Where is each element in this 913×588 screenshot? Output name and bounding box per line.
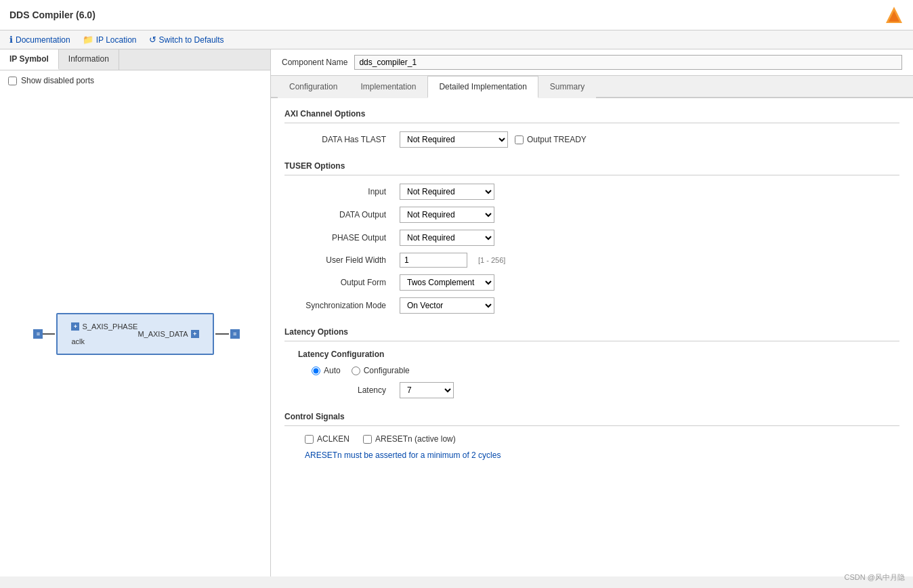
control-signals-section: Control Signals ACLKEN ARESETn (active l…: [284, 412, 899, 460]
sync-mode-row: Synchronization Mode On Vector On Packet: [284, 297, 899, 314]
config-tabs: Configuration Implementation Detailed Im…: [271, 76, 913, 98]
output-form-row: Output Form Twos Complement Sign and Mag…: [284, 274, 899, 291]
s-axis-phase-label: S_AXIS_PHASE: [82, 322, 137, 331]
right-panel: Component Name Configuration Implementat…: [271, 49, 913, 576]
axi-channel-title: AXI Channel Options: [284, 109, 899, 123]
documentation-label: Documentation: [16, 35, 70, 45]
m-axis-data-label: M_AXIS_DATA: [137, 330, 188, 338]
latency-title: Latency Options: [284, 327, 899, 341]
user-field-width-row: User Field Width [1 - 256]: [284, 253, 899, 268]
aresetn-checkbox[interactable]: [363, 435, 372, 444]
tab-implementation[interactable]: Implementation: [349, 76, 427, 98]
sync-mode-select[interactable]: On Vector On Packet: [400, 297, 494, 314]
title-bar: DDS Compiler (6.0): [0, 0, 913, 30]
documentation-button[interactable]: ℹ Documentation: [9, 35, 70, 45]
data-has-tlast-row: DATA Has TLAST Not Required Required Out…: [284, 131, 899, 148]
left-connector-line: [41, 333, 55, 335]
xilinx-logo: [885, 5, 904, 24]
output-tready-checkbox[interactable]: [515, 135, 524, 144]
axi-channel-section: AXI Channel Options DATA Has TLAST Not R…: [284, 109, 899, 148]
tuser-input-select[interactable]: Not Required Required: [400, 184, 494, 200]
output-form-label: Output Form: [284, 278, 393, 287]
tab-configuration[interactable]: Configuration: [278, 76, 349, 98]
ip-location-button[interactable]: 📁 IP Location: [83, 35, 137, 45]
aclken-label: ACLKEN: [305, 434, 349, 444]
app-title: DDS Compiler (6.0): [9, 9, 95, 20]
left-tabs: IP Symbol Information: [0, 49, 270, 70]
switch-defaults-label: Switch to Defaults: [159, 35, 224, 45]
latency-value-row: Latency 7 1234 568910: [284, 382, 899, 398]
refresh-icon: ↺: [149, 35, 156, 45]
tuser-section: TUSER Options Input Not Required Require…: [284, 161, 899, 314]
aresetn-note-row: ARESETn must be asserted for a minimum o…: [284, 450, 899, 460]
data-has-tlast-label: DATA Has TLAST: [284, 135, 393, 144]
auto-radio-label: Auto: [312, 366, 341, 375]
output-tready-checkbox-label: Output TREADY: [515, 135, 587, 144]
right-handle-box: ≡: [230, 329, 240, 339]
sync-mode-label: Synchronization Mode: [284, 301, 393, 310]
config-content: AXI Channel Options DATA Has TLAST Not R…: [271, 98, 913, 576]
tuser-phase-output-label: PHASE Output: [284, 233, 393, 243]
tuser-title: TUSER Options: [284, 161, 899, 175]
m-axis-data-connector[interactable]: +: [191, 330, 199, 338]
control-signals-title: Control Signals: [284, 412, 899, 426]
tab-information[interactable]: Information: [59, 49, 119, 70]
tuser-data-output-label: DATA Output: [284, 210, 393, 219]
left-panel: IP Symbol Information Show disabled port…: [0, 49, 271, 576]
tuser-data-output-select[interactable]: Not Required Required: [400, 207, 494, 223]
left-handle-box: ≡: [33, 329, 43, 339]
tab-detailed-implementation[interactable]: Detailed Implementation: [427, 76, 538, 98]
component-name-label: Component Name: [282, 58, 347, 67]
tuser-data-output-row: DATA Output Not Required Required: [284, 207, 899, 223]
info-icon: ℹ: [9, 35, 13, 45]
switch-defaults-button[interactable]: ↺ Switch to Defaults: [149, 35, 224, 45]
port-left-group: + S_AXIS_PHASE aclk: [71, 322, 137, 345]
tuser-phase-output-row: PHASE Output Not Required Required: [284, 230, 899, 246]
component-name-input[interactable]: [354, 55, 902, 70]
control-checkboxes-row: ACLKEN ARESETn (active low): [284, 434, 899, 444]
s-axis-phase-connector[interactable]: +: [71, 322, 79, 331]
show-ports-row: Show disabled ports: [0, 70, 270, 91]
tab-summary[interactable]: Summary: [538, 76, 596, 98]
latency-section: Latency Options Latency Configuration Au…: [284, 327, 899, 398]
output-form-select[interactable]: Twos Complement Sign and Magnitude: [400, 274, 494, 291]
aclk-label: aclk: [71, 337, 85, 345]
auto-label: Auto: [324, 366, 341, 375]
user-field-width-label: User Field Width: [284, 255, 393, 265]
aresetn-label: ARESETn (active low): [363, 434, 456, 444]
data-has-tlast-select[interactable]: Not Required Required: [400, 131, 508, 148]
aresetn-text: ARESETn (active low): [375, 434, 456, 444]
show-ports-checkbox[interactable]: [8, 77, 17, 85]
port-s-axis-phase: + S_AXIS_PHASE: [71, 322, 137, 331]
latency-label: Latency: [298, 385, 393, 395]
aclken-checkbox[interactable]: [305, 435, 314, 444]
configurable-label: Configurable: [364, 366, 410, 375]
right-connector-line: [215, 333, 229, 335]
user-field-width-input[interactable]: [400, 253, 467, 268]
main-layout: IP Symbol Information Show disabled port…: [0, 49, 913, 576]
latency-config-title: Latency Configuration: [284, 350, 899, 359]
ip-location-label: IP Location: [96, 35, 137, 45]
ip-symbol-ports: + S_AXIS_PHASE aclk M_AXIS_DATA +: [71, 322, 198, 345]
watermark: CSDN @风中月隐: [845, 572, 905, 576]
latency-radio-group: Auto Configurable: [284, 366, 899, 375]
port-m-axis-data: M_AXIS_DATA +: [137, 330, 198, 338]
tuser-input-label: Input: [284, 187, 393, 196]
aclken-text: ACLKEN: [317, 434, 349, 444]
ip-symbol-box: + S_AXIS_PHASE aclk M_AXIS_DATA +: [56, 313, 213, 355]
auto-radio[interactable]: [312, 366, 320, 375]
ip-symbol-canvas: ≡ + S_AXIS_PHASE aclk: [0, 91, 270, 576]
user-field-width-range: [1 - 256]: [478, 256, 505, 264]
port-right-group: M_AXIS_DATA +: [137, 330, 198, 338]
component-name-bar: Component Name: [271, 49, 913, 76]
aresetn-note-link[interactable]: ARESETn must be asserted for a minimum o…: [305, 450, 501, 460]
tuser-phase-output-select[interactable]: Not Required Required: [400, 230, 494, 246]
show-ports-label[interactable]: Show disabled ports: [21, 76, 94, 85]
tab-ip-symbol[interactable]: IP Symbol: [0, 49, 59, 70]
configurable-radio-label: Configurable: [352, 366, 410, 375]
folder-icon: 📁: [83, 35, 93, 45]
configurable-radio[interactable]: [352, 366, 360, 375]
toolbar: ℹ Documentation 📁 IP Location ↺ Switch t…: [0, 30, 913, 49]
port-aclk: aclk: [71, 337, 137, 345]
latency-select[interactable]: 7 1234 568910: [400, 382, 454, 398]
